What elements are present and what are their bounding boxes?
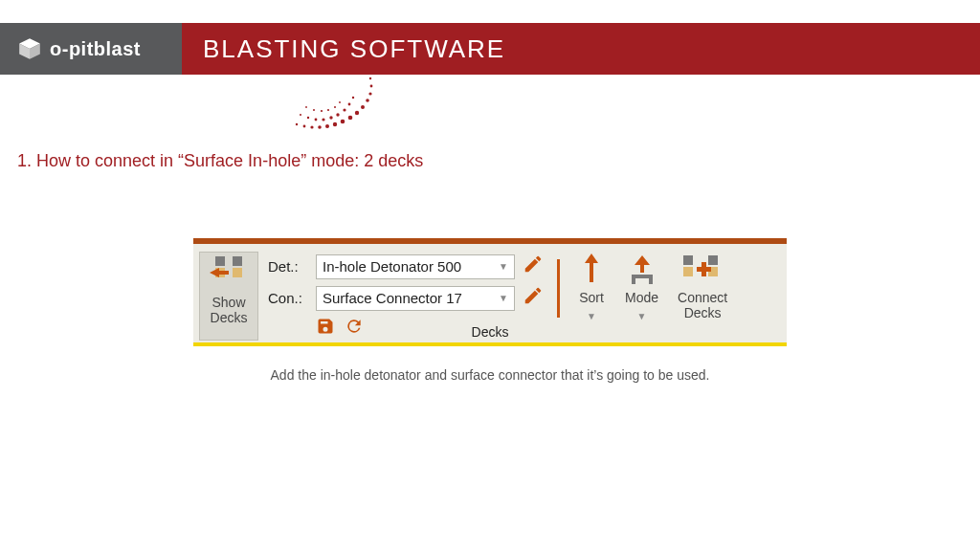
chevron-down-icon: ▼ [499,293,508,303]
svg-rect-34 [233,256,242,266]
connector-value: Surface Connector 17 [323,290,462,306]
ribbon-panel: Show Decks Det.: In-hole Detonator 500 ▼… [193,238,787,346]
mode-button[interactable]: Mode ▼ [615,252,668,341]
edit-detonator-button[interactable] [523,253,544,279]
connect-decks-label: Connect Decks [678,290,727,320]
det-label: Det.: [268,258,308,275]
svg-point-22 [336,113,339,116]
show-decks-button[interactable]: Show Decks [199,252,258,341]
svg-point-23 [343,108,345,111]
svg-point-16 [369,77,371,79]
separator-bar [557,259,560,318]
svg-point-11 [355,111,359,115]
svg-point-31 [339,101,341,103]
svg-point-4 [303,125,306,128]
detonator-value: In-hole Detonator 500 [323,258,461,275]
refresh-button[interactable] [345,317,364,341]
svg-point-5 [310,125,313,128]
svg-rect-37 [219,271,229,275]
detonator-combo[interactable]: In-hole Detonator 500 ▼ [316,254,515,279]
caption-text: Add the in-hole detonator and surface co… [0,367,980,383]
chevron-down-icon: ▼ [587,311,596,322]
mode-label: Mode [625,290,658,305]
logo-cube-icon [17,36,42,61]
header-bar: o-pitblast BLASTING SOFTWARE [0,23,980,75]
svg-rect-44 [683,255,693,265]
svg-point-28 [321,110,323,112]
mode-icon [626,253,658,286]
svg-point-8 [333,122,337,126]
svg-rect-42 [632,275,635,284]
svg-point-6 [318,125,322,129]
pencil-icon [523,253,544,275]
svg-marker-36 [210,268,219,277]
show-decks-icon [210,254,248,291]
svg-point-24 [348,103,351,106]
svg-rect-35 [233,268,242,277]
connect-decks-button[interactable]: Connect Decks [668,252,737,341]
ribbon-group-label: Decks [472,324,509,340]
svg-rect-32 [215,256,225,266]
section-heading: 1. How to connect in “Surface In-hole” m… [17,151,980,171]
svg-marker-40 [635,255,650,273]
svg-point-27 [313,109,315,111]
svg-point-18 [307,117,309,119]
logo-block: o-pitblast [0,23,182,75]
svg-point-26 [305,106,307,108]
connect-decks-icon [681,253,724,286]
sort-button[interactable]: Sort ▼ [568,252,615,341]
svg-point-15 [370,85,373,88]
con-label: Con.: [268,290,308,306]
show-decks-label: Show Decks [211,295,248,325]
refresh-icon [345,317,364,336]
chevron-down-icon: ▼ [499,261,508,272]
brand-name: o-pitblast [50,38,141,60]
svg-point-10 [348,116,353,121]
svg-rect-45 [683,267,693,276]
svg-point-20 [322,118,324,121]
connector-combo[interactable]: Surface Connector 17 ▼ [316,286,515,311]
sort-icon [577,253,606,286]
svg-point-3 [296,123,298,125]
svg-point-21 [329,116,332,119]
svg-point-7 [325,124,329,128]
save-button[interactable] [316,317,335,341]
chevron-down-icon: ▼ [637,311,647,322]
svg-rect-46 [708,255,718,265]
save-icon [316,317,335,336]
svg-point-25 [352,97,354,99]
svg-point-13 [366,99,369,102]
svg-marker-39 [585,253,598,263]
svg-point-30 [334,106,336,108]
svg-point-17 [300,114,301,116]
edit-connector-button[interactable] [523,285,544,311]
svg-point-29 [327,109,329,111]
svg-point-14 [368,92,371,95]
svg-rect-43 [649,275,653,284]
svg-point-19 [315,119,318,121]
header-title: BLASTING SOFTWARE [182,23,980,75]
pencil-icon [523,285,544,306]
svg-point-9 [341,120,345,124]
svg-point-12 [361,105,365,109]
sort-label: Sort [579,290,604,305]
